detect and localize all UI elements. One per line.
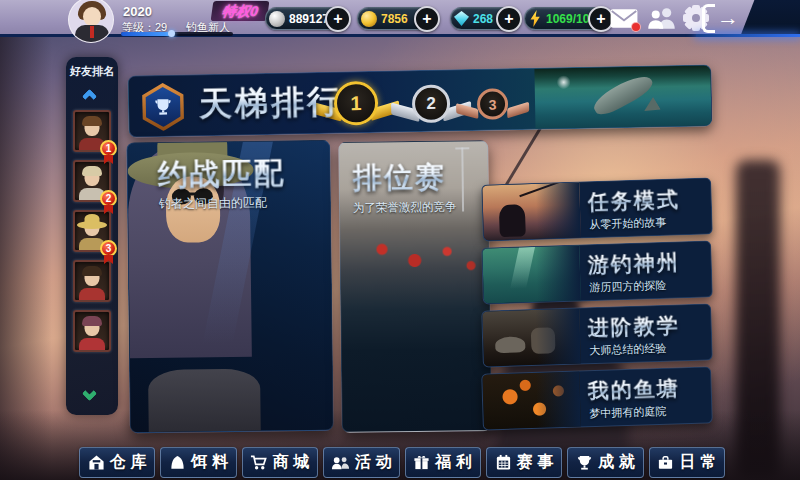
achievement-trophy-icon [576, 454, 593, 471]
advanced-tutorial-subtitle: 大师总结的经验 [589, 341, 666, 358]
friend-body [79, 338, 105, 350]
fish-silhouette [590, 70, 656, 119]
rank-badge: 1 [100, 140, 117, 157]
lamp-post [461, 147, 464, 211]
gear-pot [495, 336, 525, 353]
gold-amount: 7856 [381, 12, 408, 26]
scroll-down-button[interactable] [84, 388, 101, 405]
top-bar: 2020 等级：29 钓鱼新人 特权0 889127 + 7856 + 268 … [0, 0, 800, 37]
nav-tournament-button[interactable]: 赛事 [486, 447, 562, 478]
energy-currency-pill: 1069/102 + [524, 7, 613, 30]
nav-warehouse-label: 仓库 [110, 452, 152, 473]
nav-tournament-label: 赛事 [517, 452, 559, 473]
nav-welfare-label: 福利 [435, 452, 477, 473]
mail-button[interactable] [610, 8, 638, 29]
player-avatar[interactable] [68, 0, 114, 43]
level-progress-knob [168, 30, 175, 37]
travel-fishing-photo [482, 246, 581, 304]
friend-hair [82, 166, 102, 176]
silver-currency-pill: 889127 + [265, 7, 350, 30]
silver-medal-rank: 2 [426, 94, 436, 114]
silver-amount: 889127 [289, 12, 329, 26]
rank-badge: 3 [100, 240, 117, 257]
level-progress-fill [121, 32, 170, 36]
my-fish-pond-photo [482, 372, 581, 430]
nav-achievement-button[interactable]: 成就 [567, 447, 643, 478]
friend-hair [82, 316, 102, 326]
gold-coin-icon [361, 11, 377, 27]
friend-straw-hat [85, 214, 100, 223]
fish-photo [534, 65, 711, 128]
friend-avatar-4[interactable] [73, 260, 111, 302]
activity-people-icon [331, 455, 350, 471]
task-mode-card[interactable]: 任务模式 从零开始的故事 [481, 177, 713, 241]
banner-title: 天梯排行 [199, 79, 344, 127]
energy-icon [528, 10, 542, 27]
task-mode-photo [482, 183, 581, 241]
avatar-tie [90, 26, 94, 38]
gold-currency-pill: 7856 + [357, 7, 439, 30]
chevron-down-icon [81, 386, 97, 402]
nav-mall-label: 商城 [272, 452, 314, 473]
exit-arrow-glyph: → [711, 4, 745, 31]
travel-fishing-card[interactable]: 游钓神州 游历四方的探险 [481, 240, 713, 304]
ranked-mode-title: 排位赛 [352, 158, 445, 199]
warehouse-icon [88, 454, 105, 471]
nav-warehouse-button[interactable]: 仓库 [79, 447, 155, 478]
game-home-screen: 2020 等级：29 钓鱼新人 特权0 889127 + 7856 + 268 … [0, 0, 800, 480]
trophy-badge [139, 82, 188, 131]
match-mode-title: 约战匹配 [157, 153, 285, 196]
advanced-tutorial-card[interactable]: 进阶教学 大师总结的经验 [481, 303, 713, 367]
advanced-tutorial-photo [482, 309, 581, 367]
friends-button[interactable] [646, 7, 677, 30]
travel-fishing-title: 游钓神州 [587, 248, 680, 279]
nav-daily-button[interactable]: 日常 [649, 447, 725, 478]
privilege-badge[interactable]: 特权0 [211, 1, 270, 21]
lamp-post-arm [455, 147, 469, 149]
friend-avatar-3[interactable]: 3 [73, 210, 111, 252]
friend-avatar-2[interactable]: 2 [73, 160, 111, 202]
friend-avatar-1[interactable]: 1 [73, 110, 111, 152]
level-progress-bar [121, 32, 233, 36]
friend-hair [82, 116, 102, 126]
bait-icon [169, 454, 186, 471]
notification-dot [631, 22, 641, 32]
top-right-corner-panel [740, 0, 800, 37]
nav-mall-button[interactable]: 商城 [242, 447, 318, 478]
nav-bait-button[interactable]: 饵料 [160, 447, 236, 478]
fisherman-silhouette [499, 204, 526, 237]
gear-reel [531, 327, 556, 354]
diamond-amount: 268 [473, 12, 493, 26]
nav-activity-button[interactable]: 活动 [323, 447, 399, 478]
match-mode-card[interactable]: 约战匹配 钓者之间自由的匹配 [126, 140, 334, 433]
friend-hair [82, 266, 102, 276]
add-gold-button[interactable]: + [414, 6, 440, 32]
bronze-medal: 3 [477, 88, 509, 120]
trophy-icon [152, 96, 174, 118]
gift-icon [413, 454, 430, 471]
nav-achievement-label: 成就 [598, 452, 640, 473]
avatar-face [83, 7, 101, 26]
player-name: 2020 [123, 4, 152, 19]
underwater-light-ray [507, 247, 535, 303]
silver-medal: 2 [412, 84, 451, 123]
nav-welfare-button[interactable]: 福利 [405, 447, 481, 478]
match-mode-subtitle: 钓者之间自由的匹配 [159, 195, 267, 213]
nav-daily-label: 日常 [679, 452, 721, 473]
friends-icon [646, 7, 677, 30]
ladder-ranking-banner[interactable]: 天梯排行 1 2 3 [127, 64, 712, 137]
scroll-up-button[interactable] [84, 87, 101, 104]
exit-button[interactable]: → [702, 4, 748, 33]
friend-avatar-5[interactable] [73, 310, 111, 352]
background-shadow-left [0, 0, 52, 480]
daily-briefcase-icon [657, 454, 674, 471]
my-fish-pond-card[interactable]: 我的鱼塘 梦中拥有的庭院 [481, 366, 713, 430]
task-mode-subtitle: 从零开始的故事 [589, 215, 666, 232]
add-silver-button[interactable]: + [325, 6, 351, 32]
ranked-mode-card[interactable]: 排位赛 为了荣誉激烈的竞争 [338, 140, 492, 433]
silver-coin-icon [269, 11, 285, 27]
add-diamond-button[interactable]: + [496, 6, 522, 32]
bronze-medal-rank: 3 [489, 96, 497, 112]
nav-activity-label: 活动 [355, 452, 397, 473]
friend-body [79, 288, 105, 300]
